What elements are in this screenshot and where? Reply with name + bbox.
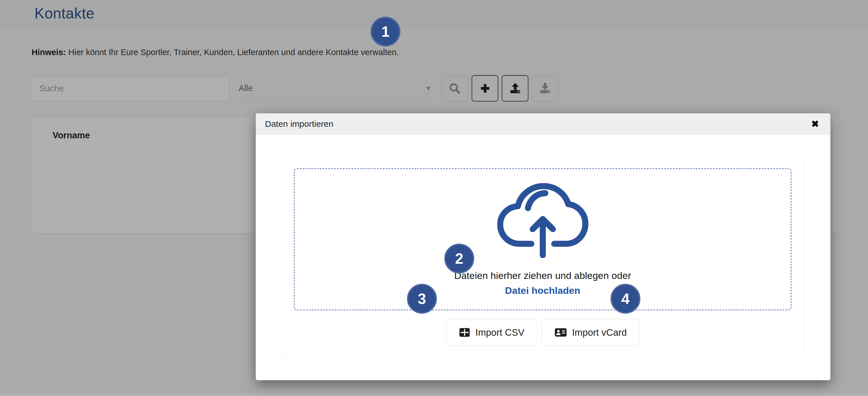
- address-card-icon: [555, 327, 567, 337]
- modal-title: Daten importieren: [265, 119, 333, 129]
- cloud-upload-icon: [495, 181, 590, 258]
- annotation-badge-1: 1: [371, 16, 400, 46]
- import-buttons-row: Import CSV Import vCard: [282, 319, 803, 346]
- dropzone-instruction: Dateien hierher ziehen und ablegen oder: [454, 270, 631, 281]
- annotation-badge-3: 3: [407, 284, 437, 314]
- annotation-badge-4: 4: [611, 284, 640, 314]
- import-vcard-button[interactable]: Import vCard: [541, 319, 640, 346]
- file-dropzone[interactable]: Dateien hierher ziehen und ablegen oder …: [294, 168, 792, 310]
- import-panel: Dateien hierher ziehen und ablegen oder …: [282, 157, 804, 358]
- table-icon: [459, 327, 470, 337]
- import-vcard-label: Import vCard: [572, 327, 627, 338]
- annotation-badge-2: 2: [444, 243, 474, 273]
- import-csv-button[interactable]: Import CSV: [446, 319, 537, 346]
- modal-header: Daten importieren ✖: [256, 113, 830, 135]
- close-icon[interactable]: ✖: [811, 120, 819, 129]
- import-modal: Daten importieren ✖ Dateien hierher zieh…: [256, 113, 830, 380]
- upload-file-link[interactable]: Datei hochladen: [505, 285, 580, 296]
- import-csv-label: Import CSV: [475, 327, 524, 338]
